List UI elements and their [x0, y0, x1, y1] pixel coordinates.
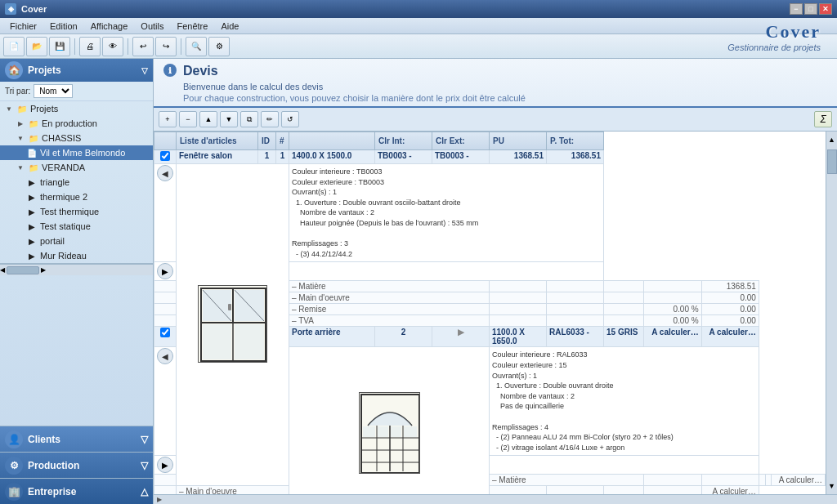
- entreprise-chevron: △: [141, 486, 148, 497]
- sub-dash2: [154, 292, 177, 304]
- col-clr-ext[interactable]: Clr Ext:: [432, 132, 490, 150]
- table-btn-remove[interactable]: −: [179, 111, 197, 127]
- toolbar-redo[interactable]: ↪: [155, 37, 177, 56]
- row-checkbox-porte[interactable]: [154, 327, 177, 347]
- maximize-button[interactable]: □: [804, 3, 817, 15]
- table-container[interactable]: Liste d'articles ID # Clr Int: Clr Ext: …: [154, 132, 826, 494]
- toolbar-preview[interactable]: 👁: [102, 37, 123, 56]
- scroll-left-btn[interactable]: ◀: [0, 266, 5, 274]
- tree-item-projets-root[interactable]: ▼ 📁 Projets: [0, 101, 153, 116]
- tree-label-triangle: triangle: [40, 177, 69, 187]
- tree-item-en-production[interactable]: ▶ 📁 En production: [0, 116, 153, 131]
- toolbar-settings[interactable]: ⚙: [208, 37, 230, 56]
- title-bar-text: Cover: [21, 4, 47, 14]
- table-btn-add[interactable]: +: [159, 111, 177, 127]
- col-liste[interactable]: Liste d'articles: [177, 132, 258, 150]
- sigma-button[interactable]: Σ: [814, 111, 832, 127]
- table-btn-down[interactable]: ▼: [220, 111, 238, 127]
- col-ptot[interactable]: P. Tot:: [547, 132, 604, 150]
- entreprise-icon: 🏢: [5, 483, 23, 501]
- nav-prev-cell[interactable]: ◀: [154, 164, 177, 262]
- scroll-thumb-right[interactable]: [827, 149, 837, 174]
- table-scroll-wrapper: Liste d'articles ID # Clr Int: Clr Ext: …: [154, 132, 837, 494]
- table-scrollbar-right[interactable]: ▲ ▼: [826, 132, 837, 494]
- col-hash[interactable]: #: [276, 132, 289, 150]
- col-pu[interactable]: PU: [490, 132, 547, 150]
- nav-next-porte-btn[interactable]: ▶: [157, 457, 173, 473]
- sub-empty9: [490, 304, 547, 315]
- scroll-thumb[interactable]: [7, 266, 39, 274]
- app-icon: ◈: [5, 3, 16, 15]
- sidebar-horiz-scroll[interactable]: ◀ ▶: [0, 264, 153, 275]
- expand-icon-veranda: ▼: [15, 162, 26, 173]
- toolbar-print[interactable]: 🖨: [79, 37, 101, 56]
- menu-bar: Fichier Edition Affichage Outils Fenêtre…: [0, 18, 837, 34]
- nav-next-porte[interactable]: ▶: [154, 456, 177, 475]
- tree-item-thermique2[interactable]: ▶ thermique 2: [0, 190, 153, 204]
- menu-fichier[interactable]: Fichier: [3, 20, 43, 33]
- minus-icon2: –: [292, 293, 297, 302]
- resize-arrow[interactable]: ▶: [157, 496, 162, 503]
- clients-section[interactable]: 👤 Clients ▽: [0, 426, 153, 452]
- sub-label-remise: – Remise: [289, 304, 490, 315]
- sort-select[interactable]: Nom Date: [34, 84, 73, 98]
- nav-next-cell[interactable]: ▶: [154, 262, 177, 281]
- table-btn-refresh[interactable]: ↺: [281, 111, 299, 127]
- sub-empty-p8: [644, 486, 701, 494]
- menu-fenetre[interactable]: Fenêtre: [170, 20, 214, 33]
- toolbar-new[interactable]: 📄: [3, 37, 25, 56]
- main-toolbar: 📄 📂 💾 🖨 👁 ↩ ↪ 🔍 ⚙: [0, 34, 837, 59]
- tree-item-mur-rideau[interactable]: ▶ Mur Rideau: [0, 248, 153, 263]
- col-dim: [289, 132, 375, 150]
- nav-prev-porte-btn[interactable]: ◀: [157, 348, 173, 364]
- toolbar-open[interactable]: 📂: [26, 37, 47, 56]
- toolbar-search[interactable]: 🔍: [186, 37, 207, 56]
- entreprise-section[interactable]: 🏢 Entreprise △: [0, 478, 153, 504]
- nav-next-btn[interactable]: ▶: [157, 263, 173, 279]
- tree-item-test-statique[interactable]: ▶ Test statique: [0, 219, 153, 234]
- tree-item-veranda[interactable]: ▼ 📁 VERANDA: [0, 160, 153, 175]
- sort-label: Tri par:: [5, 87, 30, 96]
- table-btn-edit[interactable]: ✏: [261, 111, 279, 127]
- toolbar-save[interactable]: 💾: [49, 37, 70, 56]
- tree-label-chassis: CHASSIS: [42, 133, 81, 143]
- scroll-right-btn[interactable]: ▶: [41, 266, 46, 274]
- nav-prev-btn[interactable]: ◀: [157, 165, 173, 181]
- minimize-button[interactable]: −: [790, 3, 803, 15]
- tree-item-chassis[interactable]: ▼ 📁 CHASSIS: [0, 131, 153, 145]
- row-checkbox[interactable]: [154, 150, 177, 164]
- svg-rect-18: [363, 426, 375, 437]
- sub-label-tva: – TVA: [289, 315, 490, 327]
- menu-edition[interactable]: Edition: [43, 20, 84, 33]
- scroll-up-btn[interactable]: ▲: [826, 132, 837, 148]
- row-id: 1: [258, 150, 276, 164]
- svg-rect-10: [228, 304, 231, 310]
- menu-aide[interactable]: Aide: [214, 20, 245, 33]
- table-btn-up[interactable]: ▲: [199, 111, 217, 127]
- col-id[interactable]: ID: [258, 132, 276, 150]
- table-btn-copy[interactable]: ⧉: [240, 111, 258, 127]
- bottom-resize-handle[interactable]: ▶: [154, 494, 837, 504]
- sub-label-matiere: – Matière: [289, 281, 490, 292]
- menu-affichage[interactable]: Affichage: [84, 20, 135, 33]
- tree-item-test-thermique[interactable]: ▶ Test thermique: [0, 204, 153, 219]
- empty-cell-porte: [490, 456, 759, 475]
- toolbar-undo[interactable]: ↩: [132, 37, 154, 56]
- projets-header[interactable]: 🏠 Projets ▽: [0, 59, 153, 82]
- tree-label-mur-rideau: Mur Rideau: [40, 251, 87, 261]
- table-row[interactable]: Fenêtre salon 1 1 1400.0 X 1500.0 TB0003…: [154, 150, 826, 164]
- sidebar-bottom: 👤 Clients ▽ ⚙ Production ▽ 🏢 Entreprise …: [0, 426, 153, 504]
- nav-prev-porte[interactable]: ◀: [154, 347, 177, 456]
- tree-item-portail[interactable]: ▶ portail: [0, 234, 153, 248]
- menu-outils[interactable]: Outils: [134, 20, 170, 33]
- production-section[interactable]: ⚙ Production ▽: [0, 452, 153, 478]
- detail-text: Couleur interieure : TB0003 Couleur exte…: [292, 165, 601, 261]
- close-button[interactable]: ✕: [819, 3, 832, 15]
- col-clr-int[interactable]: Clr Int:: [375, 132, 432, 150]
- window-salon-preview: [198, 285, 267, 363]
- sub-empty8: [644, 292, 701, 304]
- tree-item-triangle[interactable]: ▶ triangle: [0, 175, 153, 190]
- sub-pu-remise: 0.00 %: [644, 304, 701, 315]
- scroll-down-btn[interactable]: ▼: [826, 478, 837, 494]
- tree-item-belmondo[interactable]: 📄 Vil et Mme Belmondo: [0, 145, 153, 160]
